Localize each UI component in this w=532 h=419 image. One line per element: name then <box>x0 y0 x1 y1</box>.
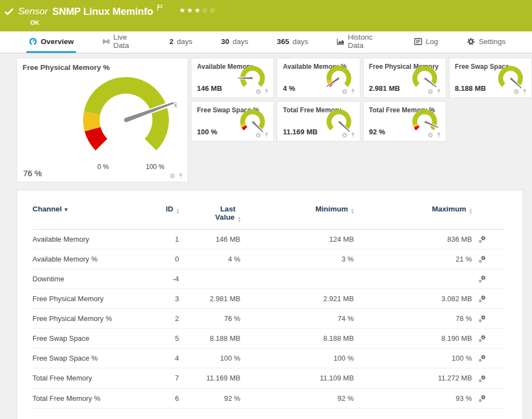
gauges-section: Free Physical Memory % x̄ 0 % 100 % 76 %… <box>17 58 532 182</box>
tab-30-days[interactable]: 30days <box>219 31 251 53</box>
channel-name[interactable]: Downtime <box>32 269 131 289</box>
tab-overview[interactable]: Overview <box>26 31 76 53</box>
channel-maximum: 78 % <box>354 309 472 329</box>
pin-icon[interactable] <box>350 132 356 138</box>
panel-actions <box>342 132 356 138</box>
col-header-channel[interactable]: Channel▾ <box>32 205 131 230</box>
channel-row-available-memory[interactable]: Available Memory1146 MB124 MB836 MB <box>32 230 505 249</box>
gear-icon[interactable] <box>513 89 519 95</box>
average-marker: x̄ <box>174 101 177 109</box>
col-header-label: Minimum▴▾ <box>315 205 354 213</box>
channel-row-downtime[interactable]: Downtime-4 <box>32 269 505 289</box>
tab-2-days[interactable]: 2days <box>167 31 195 53</box>
gauge-panel-total-free-memory[interactable]: Total Free Memory11.169 MB <box>277 101 360 142</box>
pin-icon[interactable] <box>264 132 270 138</box>
channel-settings-icon[interactable] <box>477 254 486 264</box>
channel-row-free-swap-space-pct[interactable]: Free Swap Space %4100 %100 %100 % <box>32 349 505 368</box>
gauge-panel-available-memory[interactable]: Available Memory146 MB <box>191 58 274 98</box>
gear-icon[interactable] <box>169 173 175 179</box>
pin-icon[interactable] <box>436 89 442 95</box>
gear-icon[interactable] <box>342 132 348 138</box>
gear-icon[interactable] <box>342 89 348 95</box>
priority-star[interactable]: ☆ <box>202 6 210 14</box>
sort-icon: ▴▾ <box>238 216 240 222</box>
status-ok-icon <box>4 8 14 15</box>
sensor-kind-label: Sensor <box>18 6 48 18</box>
channel-settings-icon[interactable] <box>477 314 486 323</box>
col-header-id[interactable]: ID▴▾ <box>131 205 179 230</box>
channel-name[interactable]: Total Free Memory % <box>32 388 131 408</box>
priority-star[interactable]: ☆ <box>209 6 217 14</box>
col-header-minimum[interactable]: Minimum▴▾ <box>240 205 354 230</box>
channel-row-free-physical-memory-pct[interactable]: Free Physical Memory %276 %74 %78 % <box>32 309 505 329</box>
gauge-panel-free-swap-space-pct[interactable]: Free Swap Space %100 % <box>191 101 274 142</box>
channel-row-total-free-memory-pct[interactable]: Total Free Memory %692 %92 %93 % <box>32 388 505 408</box>
channel-id: 6 <box>131 388 179 408</box>
panel-actions <box>427 132 442 138</box>
tab-365-days[interactable]: 365days <box>275 31 310 53</box>
gauge-value: 76 % <box>23 168 42 178</box>
flag-icon[interactable] <box>157 4 163 11</box>
gear-icon[interactable] <box>427 132 434 138</box>
panel-actions <box>427 89 442 95</box>
channel-settings-icon[interactable] <box>477 334 486 343</box>
content-area: Free Physical Memory % x̄ 0 % 100 % 76 %… <box>0 53 532 419</box>
channel-minimum: 100 % <box>240 349 354 368</box>
gauge-panel-free-swap-space[interactable]: Free Swap Space8.188 MB <box>449 58 532 98</box>
channel-maximum <box>354 269 472 289</box>
channel-id: 7 <box>131 368 179 388</box>
tab-log[interactable]: Log <box>412 31 441 53</box>
channel-settings-icon[interactable] <box>477 274 486 284</box>
channel-row-total-free-memory[interactable]: Total Free Memory711.169 MB11.109 MB11.2… <box>32 368 505 388</box>
priority-star[interactable]: ★ <box>194 6 202 14</box>
pin-icon[interactable] <box>178 173 184 179</box>
gauge-value: 8.188 MB <box>455 84 486 92</box>
channel-row-free-physical-memory[interactable]: Free Physical Memory32.981 MB2.921 MB3.0… <box>32 289 505 309</box>
channel-maximum: 836 MB <box>354 230 472 249</box>
channel-name[interactable]: Available Memory <box>32 230 131 249</box>
gauge-panel-total-free-memory-pct[interactable]: Total Free Memory %92 % <box>363 101 446 142</box>
gauge-value: 92 % <box>369 128 386 136</box>
gear-icon[interactable] <box>255 89 261 95</box>
pin-icon[interactable] <box>264 89 270 95</box>
col-header-last-value[interactable]: LastValue▴▾ <box>179 205 240 230</box>
col-header-label: LastValue▴▾ <box>215 205 240 222</box>
channel-settings-icon[interactable] <box>477 235 486 244</box>
main-gauge-panel[interactable]: Free Physical Memory % x̄ 0 % 100 % 76 % <box>17 58 188 182</box>
gear-icon[interactable] <box>255 132 261 138</box>
priority-star[interactable]: ★ <box>179 6 187 14</box>
gear-icon[interactable] <box>427 89 434 95</box>
priority-star[interactable]: ★ <box>187 6 194 14</box>
channel-settings-icon[interactable] <box>477 353 486 363</box>
channel-name[interactable]: Free Physical Memory % <box>32 309 131 329</box>
col-header-actions <box>472 205 505 230</box>
pin-icon[interactable] <box>436 132 442 138</box>
gauge-panel-available-memory-pct[interactable]: Available Memory %4 % <box>277 58 360 98</box>
channel-name[interactable]: Total Free Memory <box>32 368 131 388</box>
tab-label: Historic Data <box>348 33 385 50</box>
channel-name[interactable]: Free Swap Space <box>32 329 131 349</box>
channel-maximum: 8.190 MB <box>354 329 472 349</box>
channel-settings-icon[interactable] <box>477 394 486 403</box>
priority-stars[interactable]: ★★★☆☆ <box>179 6 217 15</box>
col-header-label: Maximum▴▾ <box>432 205 472 213</box>
tab-number: 365 <box>277 37 289 46</box>
gauge-panel-free-physical-memory[interactable]: Free Physical Memory2.981 MB <box>363 58 446 98</box>
channel-settings-icon[interactable] <box>477 294 486 303</box>
tab-historic-data[interactable]: Historic Data <box>334 31 387 53</box>
col-header-maximum[interactable]: Maximum▴▾ <box>354 205 472 230</box>
tab-settings[interactable]: Settings <box>464 31 508 53</box>
channel-row-available-memory-pct[interactable]: Available Memory %04 %3 %21 % <box>32 249 505 269</box>
channel-id: 3 <box>131 289 179 309</box>
channel-row-free-swap-space[interactable]: Free Swap Space58.188 MB8.188 MB8.190 MB <box>32 329 505 349</box>
channel-last-value: 4 % <box>179 249 240 269</box>
pin-icon[interactable] <box>350 89 356 95</box>
channel-name[interactable]: Free Physical Memory <box>32 289 131 309</box>
pin-icon[interactable] <box>522 89 528 95</box>
channel-last-value: 100 % <box>179 349 240 368</box>
channel-settings-icon[interactable] <box>477 374 486 383</box>
tab-live-data[interactable]: Live Data <box>100 31 143 53</box>
channel-name[interactable]: Available Memory % <box>32 249 131 269</box>
channel-name[interactable]: Free Swap Space % <box>32 349 131 368</box>
channel-id: 4 <box>131 349 179 368</box>
